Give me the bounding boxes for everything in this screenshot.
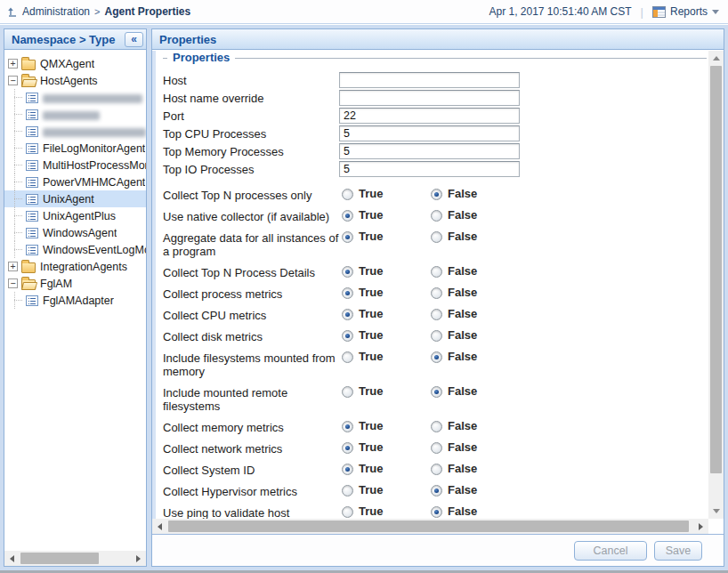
radio-option-false[interactable]: False: [431, 230, 477, 243]
tree-item-redacted-3[interactable]: [4, 106, 146, 123]
tree-item-multihostprocessmoni[interactable]: MultiHostProcessMoni: [4, 157, 146, 174]
radio-unchecked-icon[interactable]: [431, 287, 442, 299]
radio-checked-icon[interactable]: [342, 266, 353, 278]
field-input-top-io-processes[interactable]: [339, 161, 520, 177]
radio-option-true[interactable]: True: [342, 286, 431, 299]
scroll-left-button[interactable]: [152, 519, 167, 534]
sidebar-horizontal-scrollbar[interactable]: [4, 551, 146, 566]
field-input-host[interactable]: [339, 72, 520, 88]
scroll-right-button[interactable]: [131, 551, 146, 566]
radio-unchecked-icon[interactable]: [431, 421, 442, 432]
radio-option-true[interactable]: True: [342, 265, 431, 278]
tree-item-unixagentplus[interactable]: UnixAgentPlus: [4, 207, 146, 224]
radio-unchecked-icon[interactable]: [431, 309, 442, 320]
radio-option-true[interactable]: True: [342, 420, 431, 432]
tree-item-unixagent[interactable]: UnixAgent: [4, 190, 146, 207]
tree-item-redacted-4[interactable]: [4, 123, 146, 140]
radio-option-false[interactable]: False: [431, 351, 477, 363]
radio-option-true[interactable]: True: [342, 308, 431, 320]
radio-option-false[interactable]: False: [431, 286, 477, 299]
radio-option-true[interactable]: True: [342, 329, 431, 342]
radio-unchecked-icon[interactable]: [431, 210, 442, 222]
scrollbar-thumb[interactable]: [20, 553, 99, 564]
scroll-up-button[interactable]: [708, 51, 724, 66]
radio-checked-icon[interactable]: [342, 421, 353, 432]
tree-item-windowseventlogmon[interactable]: WindowsEventLogMon: [4, 241, 146, 258]
radio-option-false[interactable]: False: [431, 308, 477, 320]
radio-checked-icon[interactable]: [431, 485, 442, 496]
radio-checked-icon[interactable]: [431, 386, 442, 398]
radio-unchecked-icon[interactable]: [431, 266, 442, 278]
radio-option-false[interactable]: False: [431, 420, 477, 432]
radio-unchecked-icon[interactable]: [431, 464, 442, 475]
radio-checked-icon[interactable]: [342, 330, 353, 342]
radio-option-true[interactable]: True: [342, 230, 431, 243]
scroll-right-button[interactable]: [693, 519, 708, 534]
radio-option-true[interactable]: True: [342, 385, 431, 398]
form-row-include-filesystems-mounted-from-memory: Include filesystems mounted from memoryT…: [163, 347, 708, 382]
collapse-sidebar-button[interactable]: «: [125, 32, 143, 47]
radio-option-false[interactable]: False: [431, 385, 477, 398]
radio-checked-icon[interactable]: [342, 231, 353, 243]
radio-unchecked-icon[interactable]: [342, 506, 353, 518]
cancel-button[interactable]: Cancel: [574, 541, 647, 561]
field-input-top-cpu-processes[interactable]: [339, 125, 520, 141]
tree-item-qmxagent[interactable]: +QMXAgent: [4, 55, 146, 72]
radio-checked-icon[interactable]: [431, 351, 442, 363]
tree-item-windowsagent[interactable]: WindowsAgent: [4, 224, 146, 241]
expand-icon[interactable]: +: [8, 59, 18, 69]
radio-option-true[interactable]: True: [342, 351, 431, 363]
collapse-icon[interactable]: −: [8, 278, 18, 288]
radio-checked-icon[interactable]: [431, 506, 442, 518]
tree-item-integrationagents[interactable]: +IntegrationAgents: [4, 258, 146, 275]
reports-menu[interactable]: Reports: [652, 5, 719, 18]
breadcrumb-root[interactable]: Administration: [22, 5, 90, 18]
scrollbar-thumb[interactable]: [710, 66, 722, 473]
tree-item-fglam[interactable]: −FglAM: [4, 275, 146, 292]
scroll-down-button[interactable]: [708, 504, 724, 519]
radio-checked-icon[interactable]: [342, 442, 353, 454]
radio-checked-icon[interactable]: [431, 189, 442, 200]
radio-unchecked-icon[interactable]: [431, 330, 442, 342]
tree-item-powervmhmcagent[interactable]: PowerVMHMCAgent: [4, 174, 146, 190]
radio-option-false[interactable]: False: [431, 484, 477, 496]
field-input-top-memory-processes[interactable]: [339, 143, 520, 159]
radio-option-false[interactable]: False: [431, 329, 477, 342]
radio-option-false[interactable]: False: [431, 505, 477, 518]
radio-unchecked-icon[interactable]: [342, 189, 353, 200]
radio-option-false[interactable]: False: [431, 188, 477, 200]
radio-checked-icon[interactable]: [342, 287, 353, 299]
tree-item-filelogmonitoragent[interactable]: FileLogMonitorAgent: [4, 140, 146, 157]
radio-option-false[interactable]: False: [431, 265, 477, 278]
radio-checked-icon[interactable]: [342, 464, 353, 475]
radio-checked-icon[interactable]: [342, 309, 353, 320]
radio-option-true[interactable]: True: [342, 188, 431, 200]
vertical-scrollbar[interactable]: [708, 51, 724, 519]
radio-unchecked-icon[interactable]: [431, 442, 442, 454]
radio-unchecked-icon[interactable]: [342, 386, 353, 398]
field-input-port[interactable]: [339, 108, 520, 124]
tree-item-fglamadapter[interactable]: FglAMAdapter: [4, 292, 146, 309]
expand-icon[interactable]: +: [8, 262, 18, 271]
tree-item-hostagents[interactable]: −HostAgents: [4, 72, 146, 89]
radio-option-false[interactable]: False: [431, 209, 477, 222]
radio-option-true[interactable]: True: [342, 209, 431, 222]
radio-option-true[interactable]: True: [342, 441, 431, 454]
radio-option-true[interactable]: True: [342, 484, 431, 496]
radio-option-false[interactable]: False: [431, 441, 477, 454]
radio-unchecked-icon[interactable]: [342, 351, 353, 363]
up-level-icon[interactable]: [7, 6, 18, 17]
tree-item-redacted-2[interactable]: [4, 89, 146, 106]
radio-unchecked-icon[interactable]: [431, 231, 442, 243]
radio-checked-icon[interactable]: [342, 210, 353, 222]
radio-option-false[interactable]: False: [431, 463, 477, 475]
radio-option-true[interactable]: True: [342, 463, 431, 475]
field-input-host-name-override[interactable]: [339, 90, 520, 106]
save-button[interactable]: Save: [654, 541, 702, 561]
horizontal-scrollbar[interactable]: [152, 519, 708, 534]
radio-unchecked-icon[interactable]: [342, 485, 353, 496]
collapse-icon[interactable]: −: [8, 76, 18, 85]
scroll-left-button[interactable]: [4, 551, 20, 566]
scrollbar-thumb[interactable]: [168, 521, 689, 532]
radio-option-true[interactable]: True: [342, 505, 431, 518]
